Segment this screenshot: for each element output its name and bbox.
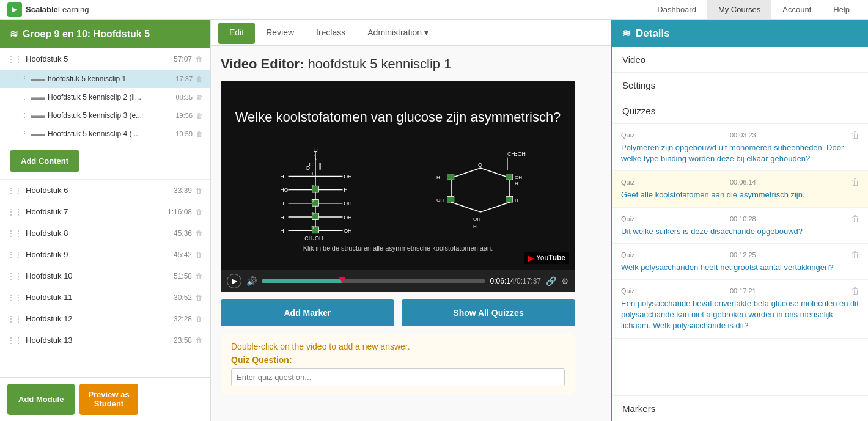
chapter-name: Hoofdstuk 6 bbox=[26, 186, 174, 195]
quiz-question-1: Polymeren zijn opgebouwd uit monomeren s… bbox=[621, 142, 859, 164]
drag-icon: ⋮⋮ bbox=[7, 229, 22, 238]
progress-bar[interactable] bbox=[262, 279, 485, 283]
quiz-question-3: Uit welke suikers is deze disaccharide o… bbox=[621, 226, 859, 237]
panel-section-video[interactable]: Video bbox=[612, 47, 868, 73]
sidebar-chapter-hoofdstuk-10[interactable]: ⋮⋮ Hoofdstuk 10 51:58 🗑 bbox=[0, 265, 210, 287]
quiz-item-3[interactable]: Quiz 00:10:28 🗑 Uit welke suikers is dez… bbox=[612, 208, 868, 244]
nav-my-courses[interactable]: My Courses bbox=[707, 0, 771, 19]
add-content-button[interactable]: Add Content bbox=[10, 150, 79, 172]
nav-links: Dashboard My Courses Account Help bbox=[646, 0, 861, 19]
quiz-item-2[interactable]: Quiz 00:06:14 🗑 Geef alle koolstofatomen… bbox=[612, 171, 868, 207]
nav-dashboard[interactable]: Dashboard bbox=[646, 0, 707, 19]
progress-fill bbox=[262, 279, 342, 283]
svg-text:H: H bbox=[280, 214, 284, 221]
drag-icon: ⋮⋮ bbox=[7, 251, 22, 259]
chapter-5-del[interactable]: 🗑 bbox=[196, 55, 203, 64]
quiz-item-header-3: Quiz 00:10:28 🗑 bbox=[621, 214, 859, 224]
chapter-del[interactable]: 🗑 bbox=[196, 186, 203, 195]
chapter-del[interactable]: 🗑 bbox=[196, 315, 203, 323]
chapter-name: Hoofdstuk 9 bbox=[26, 250, 174, 259]
nav-help[interactable]: Help bbox=[822, 0, 861, 19]
tab-administration[interactable]: Administration ▾ bbox=[356, 21, 440, 45]
quiz-del-2[interactable]: 🗑 bbox=[851, 177, 859, 187]
sidebar-chapter-hoofdstuk-9[interactable]: ⋮⋮ Hoofdstuk 9 45:42 🗑 bbox=[0, 244, 210, 265]
chapter-name: Hoofdstuk 8 bbox=[26, 229, 174, 238]
play-button[interactable]: ▶ bbox=[227, 274, 241, 288]
svg-text:H: H bbox=[280, 174, 284, 180]
quiz-del-1[interactable]: 🗑 bbox=[851, 130, 859, 140]
quiz-item-header-5: Quiz 00:17:21 🗑 bbox=[621, 286, 859, 296]
sidebar-chapter-hoofdstuk-8[interactable]: ⋮⋮ Hoofdstuk 8 45:36 🗑 bbox=[0, 222, 210, 244]
video-container[interactable]: Welke koolstofatomen van glucose zijn as… bbox=[221, 81, 575, 270]
add-module-button[interactable]: Add Module bbox=[7, 384, 75, 415]
svg-rect-42 bbox=[447, 174, 454, 180]
quizzes-list: Quiz 00:03:23 🗑 Polymeren zijn opgebouwd… bbox=[612, 124, 868, 395]
sidebar-clip-2[interactable]: ⋮⋮ ▬▬ Hoofdstuk 5 kennisclip 2 (li... 08… bbox=[0, 88, 210, 106]
clip-time-2: 08:35 bbox=[175, 93, 193, 101]
clip-name-3: Hoofdstuk 5 kennisclip 3 (e... bbox=[48, 111, 175, 120]
quiz-time-2: 00:06:14 bbox=[730, 178, 756, 186]
sidebar-clip-3[interactable]: ⋮⋮ ▬▬ Hoofdstuk 5 kennisclip 3 (e... 19:… bbox=[0, 106, 210, 125]
youtube-badge: ▶ YouTube bbox=[524, 252, 569, 264]
tab-review[interactable]: Review bbox=[255, 21, 305, 45]
video-controls: ▶ 🔊 0:06:14/0:17:37 🔗 ⚙ bbox=[221, 270, 575, 292]
sidebar-chapter-hoofdstuk-7[interactable]: ⋮⋮ Hoofdstuk 7 1:16:08 🗑 bbox=[0, 201, 210, 222]
svg-text:H: H bbox=[280, 200, 284, 207]
drag-icon: ⋮⋮ bbox=[7, 272, 22, 280]
logo-icon: ▶ bbox=[7, 2, 22, 17]
preview-student-button[interactable]: Preview asStudent bbox=[79, 384, 138, 415]
right-panel: ≋ Details Video Settings Quizzes Quiz 00… bbox=[611, 20, 868, 421]
chapter-del[interactable]: 🗑 bbox=[196, 336, 203, 345]
panel-section-quizzes[interactable]: Quizzes bbox=[612, 98, 868, 124]
clip-drag-icon-3: ⋮⋮ bbox=[15, 112, 28, 120]
settings-button[interactable]: ⚙ bbox=[561, 276, 569, 286]
clip-icon-2: ▬▬ bbox=[31, 93, 45, 101]
clip-del-4[interactable]: 🗑 bbox=[196, 130, 203, 137]
show-quizzes-button[interactable]: Show All Quizzes bbox=[402, 299, 575, 326]
clip-del-2[interactable]: 🗑 bbox=[196, 93, 203, 101]
chapter-del[interactable]: 🗑 bbox=[196, 208, 203, 216]
time-display: 0:06:14/0:17:37 bbox=[490, 277, 541, 285]
nav-account[interactable]: Account bbox=[771, 0, 822, 19]
hint-text: Double-click on the video to add a new a… bbox=[231, 342, 565, 351]
quiz-del-5[interactable]: 🗑 bbox=[851, 286, 859, 296]
tab-edit[interactable]: Edit bbox=[218, 23, 255, 44]
svg-text:OH: OH bbox=[344, 174, 351, 180]
chapter-del[interactable]: 🗑 bbox=[196, 272, 203, 280]
quiz-del-4[interactable]: 🗑 bbox=[851, 250, 859, 260]
clip-del-1[interactable]: 🗑 bbox=[196, 75, 203, 82]
volume-button[interactable]: 🔊 bbox=[246, 276, 257, 286]
svg-rect-35 bbox=[506, 174, 513, 180]
link-button[interactable]: 🔗 bbox=[546, 276, 556, 286]
tab-inclass[interactable]: In-class bbox=[305, 21, 356, 45]
clip-name-4: Hoofdstuk 5 kennisclip 4 ( ... bbox=[48, 130, 175, 138]
quiz-item-4[interactable]: Quiz 00:12:25 🗑 Welk polysacchariden hee… bbox=[612, 244, 868, 280]
sidebar-clip-1[interactable]: ⋮⋮ ▬▬ hoofdstuk 5 kennisclip 1 17:37 🗑 bbox=[0, 70, 210, 88]
quiz-question-4: Welk polysacchariden heeft het grootst a… bbox=[621, 262, 859, 273]
chapter-del[interactable]: 🗑 bbox=[196, 229, 203, 238]
chapter-del[interactable]: 🗑 bbox=[196, 293, 203, 302]
sidebar-chapter-hoofdstuk-6[interactable]: ⋮⋮ Hoofdstuk 6 33:39 🗑 bbox=[0, 180, 210, 201]
drag-icon: ⋮⋮ bbox=[7, 293, 22, 302]
quiz-item-1[interactable]: Quiz 00:03:23 🗑 Polymeren zijn opgebouwd… bbox=[612, 124, 868, 171]
clip-del-3[interactable]: 🗑 bbox=[196, 112, 203, 119]
chapter-time: 32:28 bbox=[174, 315, 192, 323]
sidebar-chapter-5[interactable]: ⋮⋮ Hoofdstuk 5 57:07 🗑 bbox=[0, 48, 210, 70]
sidebar-clip-4[interactable]: ⋮⋮ ▬▬ Hoofdstuk 5 kennisclip 4 ( ... 10:… bbox=[0, 125, 210, 143]
panel-header-icon: ≋ bbox=[622, 27, 631, 40]
svg-text:H: H bbox=[473, 224, 477, 229]
main-layout: ≋ Groep 9 en 10: Hoofdstuk 5 ⋮⋮ Hoofdstu… bbox=[0, 20, 868, 421]
quiz-item-5[interactable]: Quiz 00:17:21 🗑 Een polysaccharide bevat… bbox=[612, 280, 868, 339]
panel-section-settings[interactable]: Settings bbox=[612, 73, 868, 98]
quiz-time-5: 00:17:21 bbox=[730, 287, 756, 295]
add-marker-button[interactable]: Add Marker bbox=[221, 299, 394, 326]
svg-text:CH₂OH: CH₂OH bbox=[304, 235, 323, 241]
sidebar-chapter-hoofdstuk-11[interactable]: ⋮⋮ Hoofdstuk 11 30:52 🗑 bbox=[0, 287, 210, 308]
chapter-del[interactable]: 🗑 bbox=[196, 251, 203, 259]
editor-title: Video Editor: hoofdstuk 5 kennisclip 1 bbox=[221, 56, 601, 72]
svg-text:HO: HO bbox=[280, 187, 288, 193]
sidebar-chapter-hoofdstuk-12[interactable]: ⋮⋮ Hoofdstuk 12 32:28 🗑 bbox=[0, 308, 210, 329]
quiz-del-3[interactable]: 🗑 bbox=[851, 214, 859, 224]
quiz-question-input[interactable] bbox=[231, 368, 565, 386]
sidebar-chapter-hoofdstuk-13[interactable]: ⋮⋮ Hoofdstuk 13 23:58 🗑 bbox=[0, 329, 210, 351]
